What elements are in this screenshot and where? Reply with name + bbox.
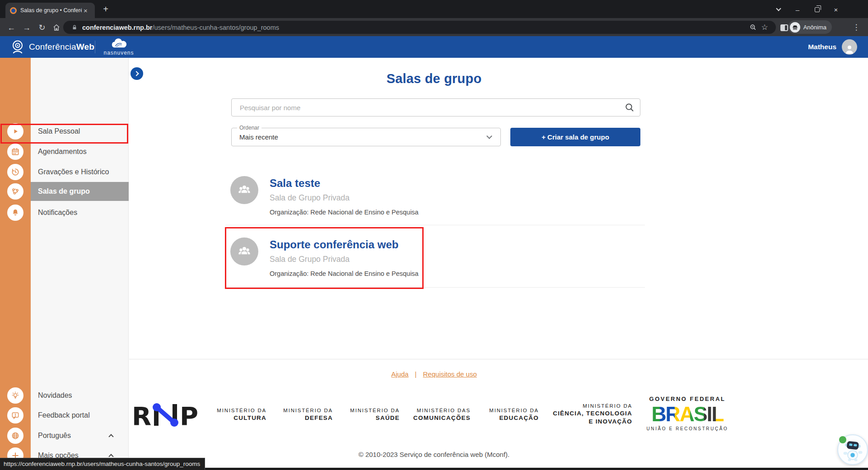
group-avatar-icon: [236, 182, 252, 198]
room-type: Sala de Grupo Privada: [270, 255, 350, 264]
person-icon: [844, 44, 855, 55]
room-type: Sala de Grupo Privada: [270, 193, 350, 203]
browser-tab[interactable]: Salas de grupo • ConferênciaWeb ×: [5, 3, 95, 18]
brand-logo[interactable]: ConferênciaWeb: [10, 39, 94, 55]
side-panel-icon: [780, 24, 788, 31]
sidebar-expand-button[interactable]: [131, 67, 143, 80]
sidebar-item-label: Novidades: [38, 391, 72, 400]
zoom-indicator-button[interactable]: [747, 22, 759, 33]
room-organization: Organização: Rede Nacional de Ensino e P…: [270, 270, 419, 277]
window-minimize-button[interactable]: –: [791, 5, 804, 14]
app-header: ConferênciaWeb nasnuvens Matheus: [0, 36, 868, 58]
cloud-icon: [109, 38, 129, 49]
requirements-link[interactable]: Requisitos de uso: [423, 370, 477, 378]
chevron-right-icon: [134, 71, 139, 76]
user-name: Matheus: [808, 43, 836, 51]
bookmark-star-button[interactable]: ☆: [759, 22, 770, 33]
room-organization: Organização: Rede Nacional de Ensino e P…: [270, 209, 419, 216]
search-icon: [624, 102, 635, 113]
incognito-icon: [791, 23, 799, 31]
status-bar-url: https://conferenciaweb.rnp.br/users/math…: [0, 458, 205, 470]
ministry-comunicacoes-logo: MINISTÉRIO DASCOMUNICAÇÕES: [413, 408, 471, 422]
sidebar-item-label: Gravações e Histórico: [38, 168, 109, 176]
lock-icon: [71, 24, 78, 31]
ministry-defesa-logo: MINISTÉRIO DADEFESA: [283, 408, 333, 422]
history-icon: [7, 164, 23, 180]
bell-icon: [7, 205, 23, 221]
calendar-icon: [7, 144, 23, 160]
sort-select[interactable]: Ordenar Mais recente: [231, 128, 501, 146]
room-avatar[interactable]: [230, 237, 258, 265]
footer-links: Ajuda|Requisitos de uso: [129, 370, 739, 378]
sidebar-item-feedback-portal[interactable]: Feedback portal: [0, 406, 129, 425]
tab-search-icon[interactable]: [772, 5, 785, 14]
sidebar-item-salas-de-grupo[interactable]: Salas de grupo: [0, 182, 129, 201]
incognito-avatar: [790, 22, 800, 33]
rnp-logo: R P: [132, 402, 200, 431]
search-button[interactable]: [619, 99, 640, 116]
room-divider: [225, 225, 645, 225]
reload-button[interactable]: ↻: [36, 22, 48, 33]
sidebar-item-label: Agendamentos: [38, 148, 87, 156]
room-divider: [225, 287, 645, 288]
sidebar-item-agendamentos[interactable]: Agendamentos: [0, 142, 129, 161]
user-avatar[interactable]: [842, 39, 857, 55]
globe-icon: [7, 428, 23, 444]
incognito-label: Anônima: [803, 24, 826, 31]
forward-button[interactable]: →: [21, 22, 33, 33]
rnp-letter-p: P: [180, 402, 198, 429]
chatbot-online-badge: [839, 436, 846, 443]
create-group-room-button[interactable]: + Criar sala de grupo: [510, 128, 640, 146]
chevron-down-icon: [776, 6, 781, 11]
user-menu[interactable]: Matheus: [808, 39, 857, 55]
help-link[interactable]: Ajuda: [391, 370, 408, 378]
webcam-icon: [10, 39, 25, 55]
sort-label: Ordenar: [237, 125, 261, 131]
chevron-down-icon: [486, 133, 492, 139]
url-path: /users/matheus-cunha-santos/group_rooms: [153, 24, 279, 31]
copyright-text: © 2010-2023 Serviço de conferência web (…: [129, 451, 739, 458]
nasnuvens-label: nasnuvens: [103, 50, 135, 56]
chevron-up-icon: [108, 434, 113, 439]
window-close-button[interactable]: ×: [829, 5, 843, 14]
new-tab-button[interactable]: +: [100, 4, 111, 14]
incognito-profile-chip[interactable]: Anônima: [788, 20, 832, 34]
group-avatar-icon: [236, 243, 252, 260]
room-name-link[interactable]: Sala teste: [270, 177, 320, 190]
brasil-logo: BRASIL: [646, 402, 729, 426]
sidebar-item-label: Feedback portal: [38, 411, 90, 419]
lightbulb-icon: [7, 387, 23, 404]
ministry-cultura-logo: MINISTÉRIO DACULTURA: [217, 408, 266, 422]
browser-menu-button[interactable]: ⋮: [851, 22, 862, 33]
page-title: Salas de grupo: [229, 71, 639, 86]
sidebar-item-sala-pessoal[interactable]: Sala Pessoal: [0, 122, 129, 141]
room-avatar[interactable]: [230, 176, 258, 204]
search-input[interactable]: [232, 104, 619, 112]
room-name-link[interactable]: Suporte conferência web: [270, 238, 398, 251]
group-rooms-icon: [7, 183, 23, 200]
sidebar-item-novidades[interactable]: Novidades: [0, 386, 129, 405]
nasnuvens-logo[interactable]: nasnuvens: [103, 38, 135, 56]
brand-name: ConferênciaWeb: [29, 42, 94, 52]
tab-title: Salas de grupo • ConferênciaWeb: [20, 7, 82, 14]
feedback-icon: [7, 407, 23, 423]
sidebar-item-portugues[interactable]: Português: [0, 426, 129, 445]
tab-close-icon[interactable]: ×: [84, 7, 88, 14]
back-button[interactable]: ←: [5, 22, 17, 33]
tab-favicon-icon: [10, 7, 17, 14]
window-restore-button[interactable]: [810, 5, 824, 14]
sidebar-item-label: Notificações: [38, 209, 77, 217]
browser-toolbar: ← → ↻ conferenciaweb.rnp.br/users/matheu…: [0, 18, 868, 36]
uniao-reconstrucao-label: UNIÃO E RECONSTRUÇÃO: [646, 426, 729, 431]
play-icon: [7, 123, 23, 140]
home-button[interactable]: [51, 22, 62, 33]
sidebar-item-label: Sala Pessoal: [38, 127, 80, 135]
home-icon: [52, 23, 61, 32]
restore-icon: [815, 7, 820, 12]
sidebar-item-notificacoes[interactable]: Notificações: [0, 203, 129, 222]
address-bar[interactable]: conferenciaweb.rnp.br/users/matheus-cunh…: [63, 21, 776, 34]
governo-federal-logo: GOVERNO FEDERAL BRASIL UNIÃO E RECONSTRU…: [646, 396, 729, 431]
sidebar-item-gravacoes-historico[interactable]: Gravações e Histórico: [0, 163, 129, 181]
url-text[interactable]: conferenciaweb.rnp.br/users/matheus-cunh…: [82, 24, 747, 31]
link-separator: |: [415, 370, 417, 378]
